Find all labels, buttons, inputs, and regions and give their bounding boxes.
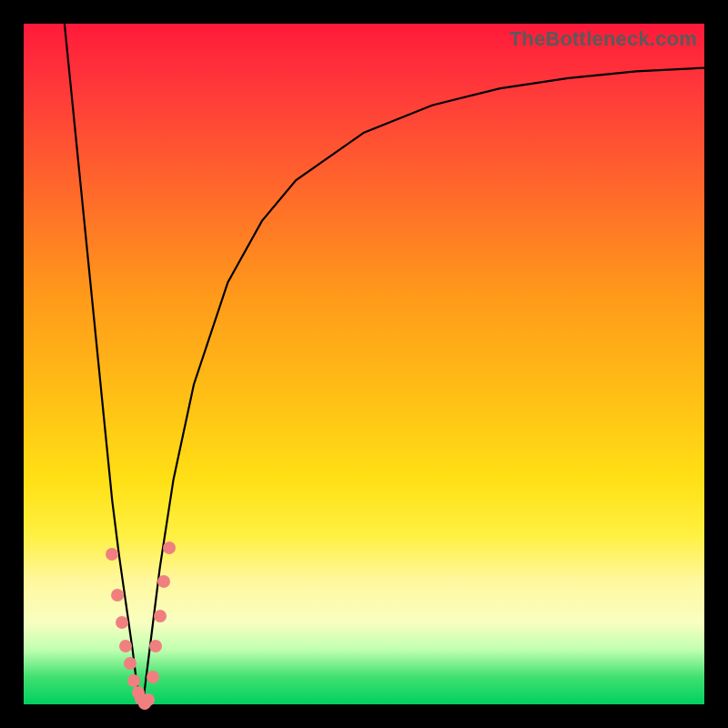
chart-point [106,548,118,561]
chart-frame: TheBottleneck.com [0,0,728,728]
chart-point [147,671,159,683]
chart-points [24,24,704,704]
chart-point [157,575,170,588]
chart-point [163,541,176,554]
chart-point [111,589,124,602]
plot-area: TheBottleneck.com [24,24,704,704]
chart-point [124,657,136,670]
chart-point [116,616,128,629]
chart-point [119,640,132,652]
chart-point [149,640,162,652]
chart-point [142,693,155,706]
chart-point [127,674,140,687]
chart-point [154,610,167,622]
